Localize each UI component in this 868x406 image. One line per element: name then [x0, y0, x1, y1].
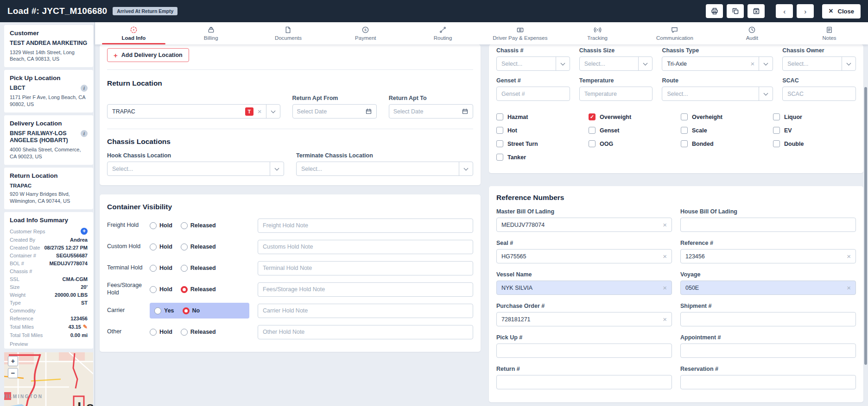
checkbox-oog[interactable]: OOG: [589, 137, 672, 150]
hold-note-input[interactable]: [258, 282, 473, 297]
hook-chassis-select[interactable]: Select...: [107, 162, 284, 176]
tab-payment[interactable]: $ Payment: [327, 22, 404, 44]
shipment-number-input[interactable]: [680, 312, 856, 326]
return-number-input[interactable]: [496, 375, 672, 389]
copy-load-button[interactable]: [727, 4, 744, 18]
radio-released[interactable]: Released: [181, 265, 216, 272]
seal-number-input[interactable]: [496, 249, 672, 263]
tab-billing[interactable]: Billing: [172, 22, 250, 44]
return-apt-to-input[interactable]: Select Date: [389, 104, 473, 119]
radio-no[interactable]: No: [183, 307, 200, 314]
dropdown-toggle[interactable]: [759, 87, 773, 100]
map-zoom-out-button[interactable]: −: [8, 368, 18, 378]
chassis-owner-select[interactable]: Select...: [782, 56, 856, 71]
terminate-chassis-select[interactable]: Select...: [296, 162, 473, 176]
tab-tracking[interactable]: Tracking: [559, 22, 636, 44]
clear-icon[interactable]: ×: [663, 315, 667, 323]
hold-note-input[interactable]: [258, 240, 473, 254]
clear-icon[interactable]: ×: [847, 252, 851, 260]
clear-icon[interactable]: ×: [663, 284, 667, 292]
checkbox-overheight[interactable]: Overheight: [681, 110, 764, 124]
dropdown-toggle[interactable]: [270, 162, 284, 175]
plus-icon: +: [114, 51, 118, 59]
reservation-number-input[interactable]: [680, 375, 856, 389]
close-button[interactable]: × Close: [822, 4, 861, 19]
pickup-number-input[interactable]: [496, 344, 672, 358]
house-bol-input[interactable]: [680, 218, 856, 232]
checkbox-ev[interactable]: EV: [773, 124, 856, 137]
radio-released[interactable]: Released: [181, 329, 216, 336]
radio-hold[interactable]: Hold: [150, 329, 172, 336]
edit-miles-icon[interactable]: ✎: [83, 324, 88, 330]
chassis-size-select[interactable]: Select...: [579, 56, 653, 71]
checkbox-liquor[interactable]: Liquor: [773, 110, 856, 124]
genset-number-input[interactable]: [496, 87, 570, 101]
appointment-number-input[interactable]: [680, 344, 856, 358]
hold-note-input[interactable]: [258, 325, 473, 339]
master-bol-input[interactable]: [496, 218, 672, 232]
return-apt-from-input[interactable]: Select Date: [292, 104, 377, 119]
dropdown-toggle[interactable]: [842, 57, 855, 70]
checkbox-hot[interactable]: Hot: [496, 124, 579, 137]
purchase-order-input[interactable]: [496, 312, 672, 326]
add-customer-rep-icon[interactable]: +: [81, 228, 88, 235]
dropdown-toggle[interactable]: [266, 105, 280, 118]
map-zoom-in-button[interactable]: +: [8, 356, 18, 366]
dropdown-toggle[interactable]: [759, 57, 773, 70]
clear-icon[interactable]: ×: [847, 284, 851, 292]
clear-icon[interactable]: ×: [663, 221, 667, 229]
next-load-button[interactable]: ›: [797, 4, 814, 18]
checkbox-hazmat[interactable]: Hazmat: [496, 110, 579, 124]
chassis-number-select[interactable]: Select...: [496, 56, 570, 71]
chassis-type-select[interactable]: ×: [662, 56, 773, 71]
vessel-name-input[interactable]: [496, 281, 672, 295]
chassis-type-value[interactable]: [662, 61, 746, 67]
route-map-preview[interactable]: WILMINGTON Lo DRO + −: [4, 352, 93, 406]
hold-note-input[interactable]: [258, 261, 473, 275]
checkbox-street-turn[interactable]: Street Turn: [496, 137, 579, 150]
print-button[interactable]: [706, 4, 723, 18]
radio-hold[interactable]: Hold: [150, 265, 172, 272]
tab-load-info[interactable]: Load Info: [95, 22, 172, 44]
checkbox-overweight[interactable]: ✓Overweight: [589, 110, 672, 124]
info-icon[interactable]: i: [81, 85, 88, 92]
vertical-scrollbar[interactable]: [864, 87, 867, 365]
clear-icon[interactable]: ×: [663, 252, 667, 260]
hold-note-input[interactable]: [258, 219, 473, 233]
radio-hold[interactable]: Hold: [150, 286, 172, 293]
scac-input[interactable]: [782, 87, 856, 101]
tab-routing[interactable]: Routing: [404, 22, 482, 44]
tab-driver-pay-expenses[interactable]: Driver Pay & Expenses: [482, 22, 559, 44]
checkbox-genset[interactable]: Genset: [589, 124, 672, 137]
return-location-input[interactable]: [108, 108, 245, 115]
return-location-select[interactable]: T ×: [107, 104, 280, 119]
clear-icon[interactable]: ×: [258, 107, 262, 115]
tab-notes[interactable]: Notes: [791, 22, 868, 44]
radio-hold[interactable]: Hold: [150, 244, 172, 250]
clear-icon[interactable]: ×: [750, 60, 754, 68]
checkbox-scale[interactable]: Scale: [681, 124, 764, 137]
voyage-input[interactable]: [680, 281, 856, 295]
radio-yes[interactable]: Yes: [154, 307, 174, 314]
dropdown-toggle[interactable]: [459, 162, 473, 175]
prev-load-button[interactable]: ‹: [776, 4, 793, 18]
radio-released[interactable]: Released: [181, 222, 216, 229]
dropdown-toggle[interactable]: [638, 57, 652, 70]
checkbox-double[interactable]: Double: [773, 137, 856, 150]
hold-note-input[interactable]: [258, 304, 473, 318]
tab-audit[interactable]: Audit: [713, 22, 791, 44]
add-delivery-location-button[interactable]: + Add Delivery Location: [107, 48, 189, 62]
route-select[interactable]: Select...: [662, 87, 773, 101]
reference-number-input[interactable]: [680, 249, 856, 263]
delete-load-button[interactable]: [748, 4, 765, 18]
info-icon[interactable]: i: [81, 130, 88, 137]
tab-documents[interactable]: Documents: [250, 22, 327, 44]
radio-released[interactable]: Released: [181, 286, 216, 293]
checkbox-tanker[interactable]: Tanker: [496, 150, 579, 164]
dropdown-toggle[interactable]: [556, 57, 570, 70]
radio-hold[interactable]: Hold: [150, 222, 172, 229]
tab-communication[interactable]: Communication: [636, 22, 714, 44]
radio-released[interactable]: Released: [181, 244, 216, 250]
checkbox-bonded[interactable]: Bonded: [681, 137, 764, 150]
temperature-input[interactable]: [579, 87, 653, 101]
